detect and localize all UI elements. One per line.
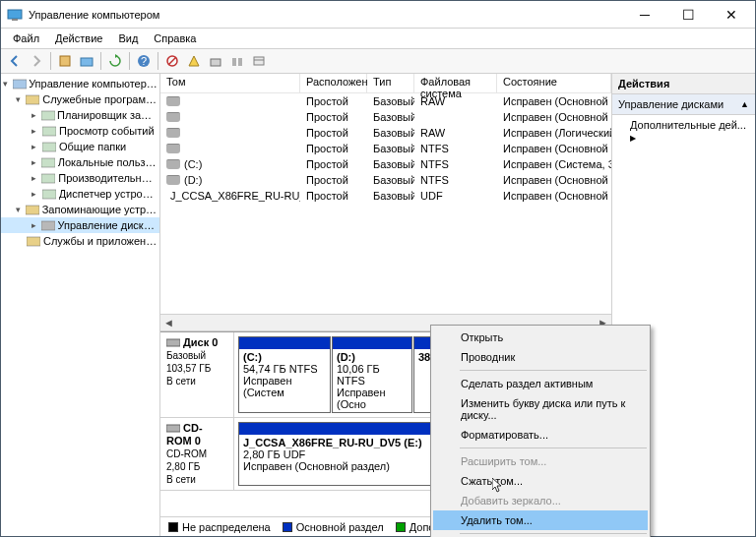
context-menu-item[interactable]: Сделать раздел активным [433,374,648,393]
refresh-button[interactable] [105,51,125,71]
volume-row[interactable]: (D:) Простой Базовый NTFS Исправен (Осно… [160,172,611,188]
context-menu-item[interactable]: Открыть [433,328,648,347]
disk-info[interactable]: Диск 0Базовый103,57 ГБВ сети [160,332,234,417]
collapse-icon[interactable]: ▲ [740,99,749,109]
volume-icon [166,128,180,138]
toolbar-btn-3[interactable] [162,51,182,71]
partition-header [239,423,430,435]
menu-action[interactable]: Действие [47,30,110,46]
tree-group[interactable]: Службы и приложения [1,233,159,249]
tree-root[interactable]: ▾Управление компьютером (л [1,76,159,91]
menu-help[interactable]: Справка [146,30,204,46]
tree-item[interactable]: ▸Управление дисками [1,217,159,233]
svg-line-7 [168,57,176,65]
svg-rect-19 [41,174,55,183]
toolbar-btn-7[interactable] [249,51,269,71]
volume-list-header[interactable]: Том Расположение Тип Файловая система Со… [160,74,611,93]
volume-row[interactable]: Простой Базовый NTFS Исправен (Основной … [160,141,611,156]
tree-item[interactable]: ▸Просмотр событий [1,123,159,139]
context-menu-item[interactable]: Форматировать... [433,425,648,445]
volume-row[interactable]: Простой Базовый Исправен (Основной разд [160,109,611,125]
volume-icon [166,175,180,185]
tree-icon [13,77,27,90]
tree-icon [26,234,41,248]
svg-rect-0 [8,10,22,19]
volume-list[interactable]: Том Расположение Тип Файловая система Со… [160,74,611,331]
context-menu-item[interactable]: Проводник [433,347,648,367]
disk-info[interactable]: CD-ROM 0CD-ROM2,80 ГБВ сети [160,418,234,490]
context-menu-item: Расширить том... [433,451,648,471]
tree-icon [41,140,57,153]
tree-icon [40,218,55,232]
svg-rect-3 [81,58,93,66]
tree-item[interactable]: ▸Общие папки [1,139,159,154]
volume-row[interactable]: Простой Базовый RAW Исправен (Основной р… [160,93,611,109]
toolbar-btn-2[interactable] [77,51,96,71]
partition-header [333,337,411,349]
volume-icon [166,96,180,106]
context-menu-item[interactable]: Изменить букву диска или путь к диску... [433,393,648,425]
tree-group[interactable]: ▾Служебные программы [1,91,159,107]
menu-file[interactable]: Файл [5,30,47,46]
context-menu-item[interactable]: Удалить том... [433,510,648,530]
svg-rect-1 [12,19,18,21]
tree-item[interactable]: ▸Производительності [1,170,159,186]
svg-rect-22 [41,221,55,230]
context-menu-item: Добавить зеркало... [433,491,648,510]
col-name[interactable]: Том [160,74,300,92]
legend-primary: Основной раздел [296,521,384,533]
tree-item[interactable]: ▸Планировщик задани [1,107,159,123]
help-button[interactable]: ? [134,51,154,71]
volume-row[interactable]: J_CCSA_X86FRE_RU-RU_DV5 (E:) Простой Баз… [160,188,611,204]
close-button[interactable]: ✕ [710,1,753,28]
toolbar-btn-5[interactable] [206,51,225,71]
partition-box[interactable]: (C:)54,74 ГБ NTFSИсправен (Систем [238,336,331,413]
svg-rect-23 [27,237,40,246]
forward-button[interactable] [27,51,46,71]
svg-rect-21 [26,206,39,214]
volume-list-body[interactable]: Простой Базовый RAW Исправен (Основной р… [160,93,611,314]
back-button[interactable] [5,51,25,71]
svg-rect-8 [211,59,220,66]
context-menu-separator [460,448,647,448]
tree-icon [25,203,39,216]
volume-row[interactable]: Простой Базовый RAW Исправен (Логический… [160,125,611,141]
maximize-button[interactable]: ☐ [666,1,710,28]
partition-box[interactable]: J_CCSA_X86FRE_RU-RU_DV5 (E:)2,80 ГБ UDFИ… [238,422,431,486]
svg-rect-11 [254,57,264,65]
svg-rect-25 [166,425,180,432]
tree-icon [41,187,57,201]
partition-header [239,337,330,349]
col-status[interactable]: Состояние [497,74,611,92]
legend-unalloc: Не распределена [182,521,271,533]
minimize-button[interactable]: ─ [623,1,666,28]
actions-subheader[interactable]: Управление дисками ▲ [612,94,755,115]
actions-more[interactable]: Дополнительные дей... ▶ [612,115,755,147]
col-fs[interactable]: Файловая система [414,74,497,92]
col-type[interactable]: Тип [367,74,414,92]
toolbar-btn-4[interactable] [184,51,204,71]
toolbar-btn-1[interactable] [55,51,75,71]
tree-item[interactable]: ▸Диспетчер устройст [1,186,159,202]
volume-row[interactable]: (C:) Простой Базовый NTFS Исправен (Сист… [160,156,611,172]
tree-icon [40,108,55,122]
svg-rect-2 [60,56,70,66]
toolbar-btn-6[interactable] [227,51,247,71]
svg-rect-13 [13,80,27,89]
volume-icon [166,159,180,169]
context-menu[interactable]: ОткрытьПроводникСделать раздел активнымИ… [430,325,651,537]
svg-rect-17 [42,143,56,151]
partition-box[interactable]: (D:)10,06 ГБ NTFSИсправен (Осно [332,336,412,413]
titlebar[interactable]: Управление компьютером ─ ☐ ✕ [1,1,755,29]
scroll-left-icon[interactable]: ◄ [160,315,177,330]
menubar: Файл Действие Вид Справка [1,29,755,48]
tree-icon [40,155,55,169]
tree-group[interactable]: ▾Запоминающие устройс [1,202,159,217]
svg-rect-18 [41,158,55,167]
col-layout[interactable]: Расположение [300,74,367,92]
toolbar: ? [1,48,755,74]
context-menu-item[interactable]: Сжать том... [433,471,648,491]
tree-item[interactable]: ▸Локальные пользова [1,154,159,170]
tree-pane[interactable]: ▾Управление компьютером (л▾Служебные про… [1,74,160,536]
menu-view[interactable]: Вид [110,30,146,46]
